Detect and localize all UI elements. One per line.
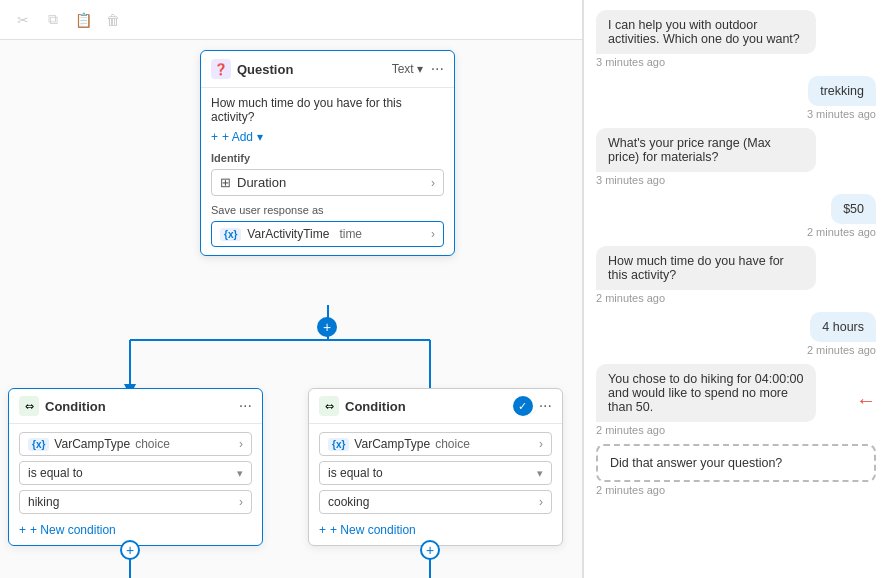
x-badge-left: {x} [28,438,49,451]
value-chevron-right: › [539,495,543,509]
var-field-left[interactable]: {x} VarCampType choice › [19,432,252,456]
chat-time-2: 3 minutes ago [807,108,876,120]
operator-text-left: is equal to [28,466,83,480]
condition-card-right: ⇔ Condition ✓ ··· {x} VarCampType choice… [308,388,563,546]
card-title: Question [237,62,293,77]
chat-bubble-bot-dashed: Did that answer your question? [610,456,830,470]
chat-group-2: trekking 3 minutes ago [596,76,876,120]
condition-header-right: ⇔ Condition ✓ ··· [309,389,562,424]
identify-left: ⊞ Duration [220,175,286,190]
value-row-right[interactable]: cooking › [319,490,552,514]
chat-time-1: 3 minutes ago [596,56,876,68]
var-field-right[interactable]: {x} VarCampType choice › [319,432,552,456]
operator-text-right: is equal to [328,466,383,480]
question-card: ❓ Question Text ▾ ··· How much time do y… [200,50,455,256]
condition-title-right: Condition [345,399,406,414]
identify-row[interactable]: ⊞ Duration › [211,169,444,196]
chat-time-3: 3 minutes ago [596,174,876,186]
var-left: {x} VarActivityTime time [220,227,362,241]
new-condition-right[interactable]: + + New condition [319,519,552,537]
chat-bubble-bot-1: I can help you with outdoor activities. … [596,10,816,54]
chat-group-5: How much time do you have for this activ… [596,246,876,304]
arrow-indicator: ← [856,389,876,412]
condition-icon-left: ⇔ [19,396,39,416]
field-left: {x} VarCampType choice [28,437,239,451]
add-button[interactable]: + + Add ▾ [211,130,444,144]
identify-value: Duration [237,175,286,190]
question-text: How much time do you have for this activ… [211,96,444,124]
field-chevron-right: › [539,437,543,451]
card-header: ❓ Question Text ▾ ··· [201,51,454,88]
chat-time-4: 2 minutes ago [807,226,876,238]
chat-group-1: I can help you with outdoor activities. … [596,10,876,68]
new-condition-left[interactable]: + + New condition [19,519,252,537]
condition-more-left[interactable]: ··· [239,397,252,415]
operator-chevron-left: ▾ [237,467,243,480]
chat-group-8: Did that answer your question? 2 minutes… [596,444,876,496]
condition-header-left: ⇔ Condition ··· [9,389,262,424]
var-badge: {x} [220,228,241,241]
dashed-message-box: Did that answer your question? [596,444,876,482]
chat-bubble-user-3: 4 hours [810,312,876,342]
condition-header-inner-right: ⇔ Condition [319,396,406,416]
chat-bubble-bot-4: You chose to do hiking for 04:00:00 and … [596,364,816,422]
x-badge-right: {x} [328,438,349,451]
condition-body-right: {x} VarCampType choice › is equal to ▾ c… [309,424,562,545]
clipboard-icon[interactable]: 📋 [74,11,92,29]
chat-group-3: What's your price range (Max price) for … [596,128,876,186]
var-name: VarActivityTime [247,227,329,241]
chat-bubble-bot-2: What's your price range (Max price) for … [596,128,816,172]
var-type: time [339,227,362,241]
card-header-right: Text ▾ ··· [392,60,444,78]
chat-time-6: 2 minutes ago [807,344,876,356]
bottom-plus-right[interactable]: + [420,540,440,560]
connector-plus-main[interactable]: + [317,317,337,337]
chat-bubble-user-2: $50 [831,194,876,224]
operator-chevron-right: ▾ [537,467,543,480]
var-row[interactable]: {x} VarActivityTime time › [211,221,444,247]
field-right: {x} VarCampType choice [328,437,539,451]
bottom-plus-left[interactable]: + [120,540,140,560]
chevron-right-icon: › [431,176,435,190]
delete-icon[interactable]: 🗑 [104,11,122,29]
value-chevron-left: › [239,495,243,509]
value-text-left: hiking [28,495,59,509]
chat-time-5: 2 minutes ago [596,292,876,304]
cut-icon[interactable]: ✂ [14,11,32,29]
type-badge: Text ▾ [392,62,423,76]
chat-bubble-user-1: trekking [808,76,876,106]
operator-select-left[interactable]: is equal to ▾ [19,461,252,485]
field-type-left: choice [135,437,170,451]
copy-icon[interactable]: ⧉ [44,11,62,29]
card-header-left: ❓ Question [211,59,293,79]
condition-header-inner-left: ⇔ Condition [19,396,106,416]
value-row-left[interactable]: hiking › [19,490,252,514]
chat-panel: I can help you with outdoor activities. … [583,0,888,578]
canvas-area: ✂ ⧉ 📋 🗑 [0,0,583,578]
value-text-right: cooking [328,495,369,509]
condition-body-left: {x} VarCampType choice › is equal to ▾ h… [9,424,262,545]
chat-time-8: 2 minutes ago [596,484,876,496]
field-name-right: VarCampType [354,437,430,451]
more-options-button[interactable]: ··· [431,60,444,78]
chat-bubble-bot-3: How much time do you have for this activ… [596,246,816,290]
question-icon: ❓ [211,59,231,79]
field-chevron-left: › [239,437,243,451]
condition-card-left: ⇔ Condition ··· {x} VarCampType choice ›… [8,388,263,546]
identify-label: Identify [211,152,444,164]
chat-group-7: You chose to do hiking for 04:00:00 and … [596,364,876,436]
canvas-content: ❓ Question Text ▾ ··· How much time do y… [0,40,582,578]
chat-group-4: $50 2 minutes ago [596,194,876,238]
save-label: Save user response as [211,204,444,216]
chat-time-7: 2 minutes ago [596,424,876,436]
operator-select-right[interactable]: is equal to ▾ [319,461,552,485]
field-name-left: VarCampType [54,437,130,451]
condition-icon-right: ⇔ [319,396,339,416]
toolbar: ✂ ⧉ 📋 🗑 [0,0,582,40]
condition-title-left: Condition [45,399,106,414]
var-chevron-icon: › [431,227,435,241]
field-type-right: choice [435,437,470,451]
card-body: How much time do you have for this activ… [201,88,454,255]
condition-more-right[interactable]: ··· [539,397,552,415]
condition-check-right: ✓ [513,396,533,416]
